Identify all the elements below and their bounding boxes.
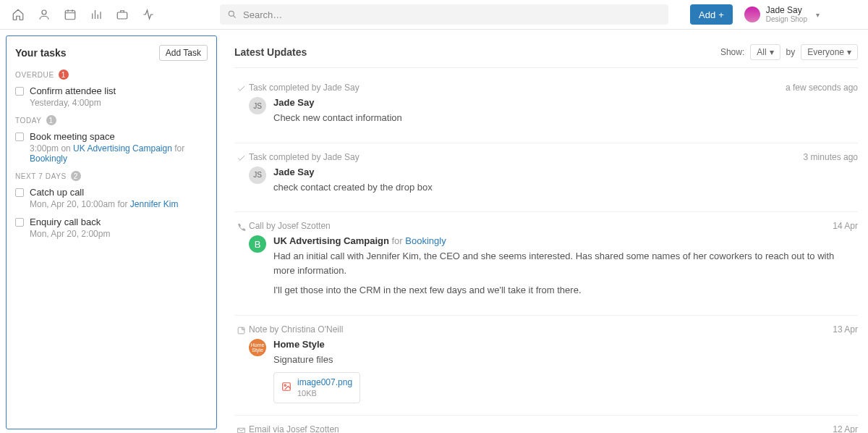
avatar: HomeStyle	[249, 339, 266, 356]
next7-badge: 2	[71, 171, 81, 181]
user-avatar	[744, 7, 760, 22]
top-nav: Add+ Jade Say Design Shop ▾	[0, 0, 868, 30]
overdue-badge: 1	[59, 70, 69, 80]
timestamp: 3 minutes ago	[804, 152, 858, 162]
contact-link[interactable]: Jennifer Kim	[130, 199, 179, 209]
plus-icon: +	[718, 9, 724, 20]
section-today: TODAY 1	[15, 115, 208, 125]
svg-point-0	[42, 10, 46, 14]
tasks-title: Your tasks	[15, 47, 67, 59]
svg-point-3	[229, 11, 234, 16]
task-item[interactable]: Confirm attendee list Yesterday, 4:00pm	[15, 85, 208, 108]
timestamp: 14 Apr	[833, 221, 858, 231]
task-item[interactable]: Book meeting space 3:00pm on UK Advertis…	[15, 131, 208, 164]
chevron-down-icon: ▾	[847, 47, 851, 57]
avatar: B	[249, 235, 266, 253]
svg-point-6	[284, 384, 286, 386]
bars-icon[interactable]	[90, 8, 103, 21]
client-link[interactable]: Bookingly	[405, 235, 446, 246]
filter-user-dropdown[interactable]: Everyone▾	[801, 44, 858, 60]
email-icon	[237, 426, 246, 433]
timestamp: a few seconds ago	[786, 83, 858, 93]
briefcase-icon[interactable]	[116, 8, 129, 21]
chevron-down-icon: ▾	[816, 11, 820, 19]
svg-rect-2	[117, 12, 127, 19]
section-overdue: OVERDUE 1	[15, 70, 208, 80]
svg-rect-1	[65, 11, 75, 20]
add-button[interactable]: Add+	[690, 4, 733, 25]
task-checkbox[interactable]	[15, 218, 24, 227]
filter-group: Show: All▾ by Everyone▾	[720, 44, 858, 60]
home-icon[interactable]	[12, 8, 25, 21]
user-name: Jade Say	[766, 6, 807, 15]
client-link[interactable]: Bookingly	[30, 154, 67, 164]
image-icon	[281, 382, 292, 394]
update-item: Note by Christina O'Neill13 Apr HomeStyl…	[234, 316, 858, 416]
person-icon[interactable]	[38, 8, 51, 21]
update-item: Call by Josef Szotten14 Apr B UK Adverti…	[234, 212, 858, 316]
calendar-icon[interactable]	[64, 8, 77, 21]
add-task-button[interactable]: Add Task	[159, 45, 208, 61]
task-checkbox[interactable]	[15, 133, 24, 141]
file-attachment[interactable]: image007.png 10KB	[273, 372, 360, 403]
timestamp: 12 Apr	[833, 424, 858, 433]
chevron-down-icon: ▾	[770, 47, 774, 57]
check-icon	[237, 154, 246, 201]
search-wrap	[220, 4, 668, 25]
nav-icon-group	[12, 8, 155, 21]
task-item[interactable]: Enquiry call back Mon, Apr 20, 2:00pm	[15, 216, 208, 239]
sidebar: Your tasks Add Task OVERDUE 1 Confirm at…	[0, 30, 223, 433]
update-item: Email via Josef Szotten12 Apr Kat Torres…	[234, 416, 858, 433]
timestamp: 13 Apr	[833, 324, 858, 335]
updates-title: Latest Updates	[234, 46, 307, 58]
user-org: Design Shop	[766, 15, 807, 23]
update-item: Task completed by Jade Say3 minutes ago …	[234, 143, 858, 213]
filter-type-dropdown[interactable]: All▾	[750, 44, 780, 60]
today-badge: 1	[46, 115, 56, 125]
avatar: JS	[249, 97, 266, 114]
check-icon	[237, 84, 246, 131]
note-icon	[237, 326, 246, 404]
avatar: JS	[249, 167, 266, 184]
task-checkbox[interactable]	[15, 87, 24, 96]
phone-icon	[237, 222, 246, 303]
campaign-link[interactable]: UK Advertising Campaign	[73, 143, 172, 154]
user-menu[interactable]: Jade Say Design Shop ▾	[744, 6, 820, 23]
section-next7: NEXT 7 DAYS 2	[15, 171, 208, 181]
task-checkbox[interactable]	[15, 188, 24, 197]
search-input[interactable]	[220, 4, 668, 25]
updates-content: Latest Updates Show: All▾ by Everyone▾ T…	[223, 30, 868, 433]
search-icon	[227, 9, 237, 20]
tasks-panel: Your tasks Add Task OVERDUE 1 Confirm at…	[6, 35, 217, 429]
update-item: Task completed by Jade Saya few seconds …	[234, 74, 858, 143]
task-item[interactable]: Catch up call Mon, Apr 20, 10:00am for J…	[15, 187, 208, 209]
activity-icon[interactable]	[142, 8, 155, 21]
